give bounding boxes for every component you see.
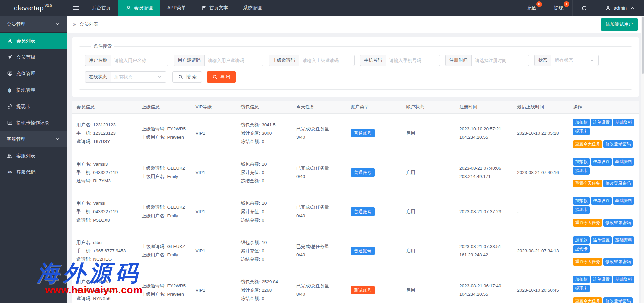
- row-action-button[interactable]: 基础资料: [613, 236, 634, 244]
- sidebar-item-withdraw-card[interactable]: 提现卡: [0, 98, 67, 115]
- row-action-button[interactable]: 重置今天任务: [573, 219, 602, 227]
- scrollbar[interactable]: [641, 16, 644, 303]
- parent-invite-code: GLEUKZ: [167, 244, 185, 249]
- operations-cell: 加扣款连单设置基础资料提现卡重置今天任务修改登录密码: [569, 153, 639, 192]
- register-time: 2023-08-21 06:17:40: [459, 282, 509, 290]
- account-type-cell: 普通账号: [346, 153, 402, 192]
- row-action-button[interactable]: 连单设置: [591, 236, 612, 244]
- user-invite-code-input[interactable]: [204, 55, 263, 66]
- refresh-button[interactable]: [572, 0, 596, 16]
- row-action-button[interactable]: 重置今天任务: [573, 258, 602, 266]
- account-type-cell: 测试账号: [346, 270, 402, 303]
- sidebar-item-member-level[interactable]: 会员等级: [0, 49, 67, 65]
- member-info-cell: 用户名:123123123 手 机:123123123 邀请码:T67USY: [72, 114, 138, 153]
- row-action-button[interactable]: 连单设置: [591, 158, 612, 166]
- nav-item-members[interactable]: 会员管理: [118, 0, 160, 16]
- account-status: 启用: [406, 288, 415, 293]
- add-test-user-button[interactable]: 添加测试用户: [601, 18, 638, 31]
- row-action-button[interactable]: 连单设置: [591, 197, 612, 205]
- today-task-cell: 已完成/总任务量 0/40: [292, 153, 346, 192]
- row-action-button[interactable]: 加扣款: [573, 276, 590, 283]
- admin-user-menu[interactable]: admin: [596, 0, 644, 16]
- register-time-cell: 2023-08-21 07:37:23: [455, 192, 513, 231]
- row-action-button[interactable]: 基础资料: [613, 197, 634, 205]
- parent-invite-code: GLEUKZ: [167, 166, 185, 171]
- user-icon: [7, 38, 13, 43]
- row-action-button[interactable]: 基础资料: [613, 276, 634, 283]
- row-action-button[interactable]: 加扣款: [573, 158, 590, 166]
- row-action-button[interactable]: 加扣款: [573, 236, 590, 244]
- register-ip: 104.234.20.55: [459, 133, 509, 141]
- table-row: 用户名:Wd0038 手 机:9412548741 邀请码:RYNX56 上级邀…: [72, 270, 639, 303]
- export-button[interactable]: 导 出: [207, 71, 236, 83]
- account-type-badge: 普通账号: [351, 168, 375, 177]
- paper-plane-icon: [7, 55, 13, 60]
- wallet-info-cell: 钱包余额:10 累计充值:0 冻结金额:0: [237, 192, 292, 231]
- nav-item-home-text[interactable]: 首页文本: [194, 0, 235, 16]
- row-action-button[interactable]: 提现卡: [573, 285, 590, 292]
- row-action-button[interactable]: 连单设置: [591, 119, 612, 126]
- sidebar-item-withdraw-card-log[interactable]: 提现卡操作记录: [0, 115, 67, 131]
- nav-item-dashboard[interactable]: 后台首页: [85, 0, 118, 16]
- row-action-button[interactable]: 提现卡: [573, 245, 590, 253]
- row-action-button[interactable]: 基础资料: [613, 158, 634, 166]
- navbar-right: 充值 0 提现 1 admin: [518, 0, 644, 16]
- row-action-button[interactable]: 连单设置: [591, 276, 612, 283]
- row-action-button[interactable]: 重置今天任务: [573, 180, 602, 187]
- phone-input[interactable]: [386, 55, 440, 66]
- total-recharge: 0: [262, 248, 264, 253]
- account-type-badge: 测试账号: [351, 286, 375, 294]
- parent-username: Praveen: [167, 135, 184, 140]
- col-member-info: 会员信息: [72, 101, 138, 114]
- member-info-cell: 用户名:dibu 手 机:+965 6777 9453 邀请码:NC2HEG: [72, 231, 138, 270]
- parent-username: Emily: [167, 252, 178, 257]
- today-task-cell: 已完成/总任务量 3/40: [292, 114, 346, 153]
- account-status-cell: 启用: [402, 192, 455, 231]
- row-action-button[interactable]: 修改登录密码: [603, 180, 633, 187]
- row-action-button[interactable]: 基础资料: [613, 119, 634, 126]
- sidebar-item-recharge-management[interactable]: 充值管理: [0, 65, 67, 82]
- row-action-button[interactable]: 提现卡: [573, 167, 590, 175]
- row-action-button[interactable]: 修改登录密码: [603, 297, 633, 303]
- search-card: 条件搜索 用户名称 用户邀请码 上级邀请码 手机号码: [72, 37, 639, 97]
- chevron-down-icon: [589, 59, 595, 61]
- username-input[interactable]: [111, 55, 168, 66]
- col-last-online: 最后上线时间: [513, 101, 569, 114]
- sidebar-item-support-list[interactable]: 客服列表: [0, 147, 67, 164]
- row-action-button[interactable]: 修改登录密码: [603, 258, 633, 266]
- row-action-button[interactable]: 加扣款: [573, 119, 590, 126]
- row-action-button[interactable]: 重置今天任务: [573, 140, 602, 148]
- member-phone: +965 6777 9453: [93, 248, 126, 253]
- row-action-button[interactable]: 提现卡: [573, 206, 590, 214]
- row-action-button[interactable]: 重置今天任务: [573, 297, 602, 303]
- recharge-notification[interactable]: 充值 0: [518, 0, 545, 16]
- row-action-button[interactable]: 修改登录密码: [603, 219, 633, 227]
- vip-level: VIP1: [195, 288, 205, 293]
- row-action-button[interactable]: 提现卡: [573, 128, 590, 135]
- search-button[interactable]: 搜 索: [172, 71, 202, 83]
- sidebar-item-withdraw-management[interactable]: ฿ 提现管理: [0, 82, 67, 98]
- online-status-select[interactable]: 所有状态: [111, 71, 166, 83]
- status-select[interactable]: 所有状态: [551, 55, 599, 66]
- sidebar-group-support[interactable]: 客服管理: [0, 131, 67, 147]
- row-action-button[interactable]: 修改登录密码: [603, 140, 633, 148]
- sidebar-toggle-button[interactable]: [67, 0, 85, 16]
- nav-item-app-menu[interactable]: APP菜单: [160, 0, 194, 16]
- scrollbar-thumb[interactable]: [642, 17, 644, 74]
- wallet-balance: 10: [262, 201, 267, 206]
- withdraw-notification[interactable]: 提现 1: [545, 0, 572, 16]
- member-phone: 9412548741: [93, 288, 118, 293]
- sidebar-item-support-code[interactable]: </> 客服代码: [0, 164, 67, 180]
- register-time-field-group: 注册时间: [445, 55, 529, 66]
- member-invite-code: T67USY: [93, 139, 110, 144]
- account-type-cell: 普通账号: [346, 114, 402, 153]
- row-action-button[interactable]: 加扣款: [573, 197, 590, 205]
- sidebar-group-members[interactable]: 会员管理: [0, 16, 67, 33]
- sidebar-item-member-list[interactable]: 会员列表: [0, 33, 67, 49]
- user-invite-code-field-group: 用户邀请码: [174, 55, 263, 66]
- nav-item-system[interactable]: 系统管理: [235, 0, 269, 16]
- register-time-cell: 2023-10-10 20:57:21 104.234.20.55: [455, 114, 513, 153]
- parent-invite-code-input[interactable]: [299, 55, 355, 66]
- total-recharge: 0: [262, 209, 264, 214]
- register-time-input[interactable]: [471, 55, 529, 66]
